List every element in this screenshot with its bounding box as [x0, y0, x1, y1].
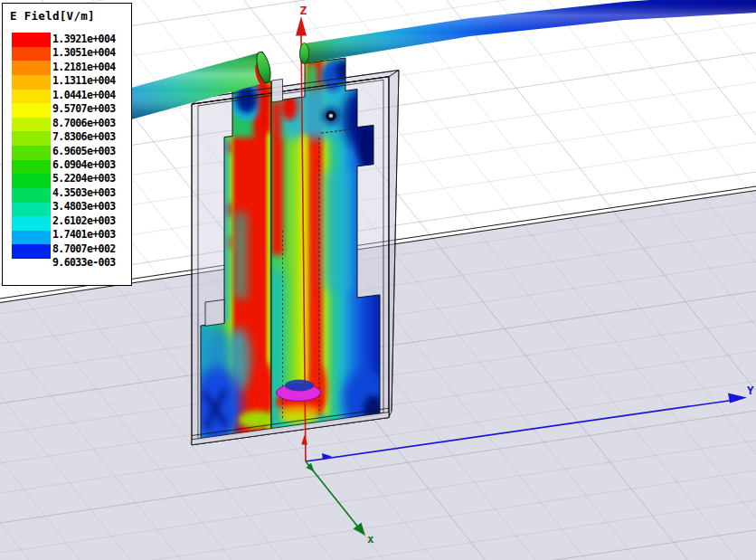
y-axis-label: Y [747, 384, 754, 397]
legend-value: 2.6102e+003 [52, 214, 132, 228]
legend-value: 1.3051e+004 [52, 46, 132, 60]
legend-band [12, 146, 51, 160]
hole-marker [326, 111, 335, 120]
legend-band [12, 188, 51, 203]
legend-band [12, 103, 51, 118]
legend-band [12, 231, 51, 245]
z-axis-label: Z [300, 4, 307, 17]
legend-value: 7.8306e+003 [52, 130, 132, 144]
simulation-viewport[interactable]: Z Y x E Field[V/m] 1.3921e+0041.3051e+00… [0, 0, 756, 560]
center-post [272, 79, 283, 102]
legend-value: 3.4803e+003 [52, 200, 132, 214]
legend-value: 8.7006e+003 [52, 117, 132, 130]
legend-value: 8.7007e+002 [52, 242, 132, 256]
legend-band [12, 216, 51, 231]
legend-band [12, 90, 51, 104]
legend-band [12, 33, 51, 47]
legend-band [12, 174, 51, 188]
legend-colorbar [12, 33, 51, 259]
legend-value: 1.2181e+004 [52, 61, 132, 74]
legend-value: 9.5707e+003 [52, 102, 132, 116]
legend-band [12, 118, 51, 132]
z-axis-arrow-icon [296, 16, 307, 36]
x-axis-label: x [367, 532, 374, 546]
legend-band [12, 47, 51, 62]
legend-band [12, 244, 51, 259]
legend-value: 1.3921e+004 [52, 33, 132, 46]
legend-value: 6.9605e+003 [52, 145, 132, 158]
legend-band [12, 203, 51, 217]
legend-band [12, 160, 51, 175]
legend-band [12, 131, 51, 146]
legend-value: 4.3503e+003 [52, 186, 132, 200]
legend-value: 1.1311e+004 [52, 74, 132, 88]
legend-value: 1.0441e+004 [52, 89, 132, 102]
coax-cylinder-right [300, 0, 756, 64]
legend-value: 1.7401e+003 [52, 228, 132, 242]
legend-band [12, 61, 51, 75]
legend-title: E Field[V/m] [10, 9, 95, 23]
legend-values: 1.3921e+0041.3051e+0041.2181e+0041.1311e… [52, 33, 132, 270]
legend-band [12, 75, 51, 90]
legend-value: 5.2204e+003 [52, 172, 132, 185]
legend-value: 6.0904e+003 [52, 158, 132, 172]
field-legend: E Field[V/m] 1.3921e+0041.3051e+0041.218… [2, 3, 132, 286]
legend-value: 9.6033e-003 [52, 256, 132, 270]
cavity-ledge [205, 299, 224, 326]
